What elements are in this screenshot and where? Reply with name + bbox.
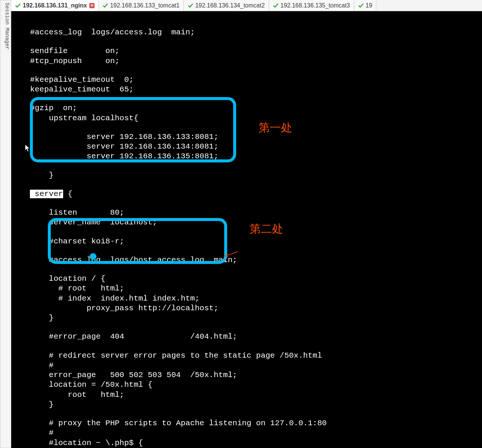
tab-label: 192.168.136.133_tomcat1	[110, 2, 180, 9]
session-manager-sidebar[interactable]: Session Manager	[0, 0, 11, 448]
terminal-line: }	[11, 400, 482, 410]
checkmark-icon	[188, 3, 194, 9]
annotation-first: 第一处	[259, 120, 292, 136]
terminal-line: listen 80;	[11, 208, 482, 218]
tab-bar: 192.168.136.131_nginx✕192.168.136.133_to…	[11, 0, 482, 11]
checkmark-icon	[358, 3, 364, 9]
tab-label: 192.168.136.135_tomcat3	[281, 2, 350, 9]
terminal-line	[11, 37, 482, 46]
terminal-line	[11, 123, 482, 132]
terminal-line	[11, 323, 482, 332]
terminal-line: keepalive_timeout 65;	[11, 85, 482, 94]
app-container: Session Manager 192.168.136.131_nginx✕19…	[0, 0, 482, 448]
terminal-line: location / {	[11, 274, 482, 284]
tab-label: 19	[366, 2, 373, 9]
terminal-line: #gzip on;	[11, 103, 482, 113]
tab-label: 192.168.136.134_tomcat2	[195, 2, 265, 9]
terminal-line: }	[11, 171, 482, 180]
terminal-line: # root html;	[11, 284, 482, 293]
terminal-line	[11, 342, 482, 351]
annotation-arrow-icon	[223, 251, 238, 258]
checkmark-icon	[15, 3, 21, 9]
tab-2[interactable]: 192.168.136.134_tomcat2	[184, 0, 269, 11]
highlight-dot	[90, 253, 96, 260]
terminal-line: #keepalive_timeout 0;	[11, 75, 482, 85]
terminal-line: }	[11, 313, 482, 323]
terminal-line	[11, 410, 482, 419]
terminal[interactable]: #access_log logs/access.log main; sendfi…	[11, 11, 482, 448]
terminal-line: root html;	[11, 390, 482, 400]
terminal-line: location = /50x.html {	[11, 380, 482, 390]
tab-4[interactable]: 19	[354, 0, 377, 11]
annotation-second: 第二处	[250, 221, 283, 237]
highlighted-keyword: server	[30, 190, 63, 198]
main-panel: 192.168.136.131_nginx✕192.168.136.133_to…	[11, 0, 482, 448]
terminal-line: sendfile on;	[11, 46, 482, 56]
tab-0[interactable]: 192.168.136.131_nginx✕	[11, 0, 99, 11]
terminal-line	[11, 246, 482, 255]
terminal-line: error_page 500 502 503 504 /50x.html;	[11, 370, 482, 380]
terminal-line: #location ~ \.php$ {	[11, 438, 482, 448]
terminal-line: # redirect server error pages to the sta…	[11, 351, 482, 361]
svg-line-0	[225, 252, 238, 256]
terminal-line: upstream localhost{	[11, 113, 482, 123]
tab-label: 192.168.136.131_nginx	[23, 2, 87, 9]
mouse-cursor-icon	[25, 144, 31, 152]
terminal-line	[11, 228, 482, 237]
checkmark-icon	[102, 3, 108, 9]
terminal-line: #tcp_nopush on;	[11, 56, 482, 66]
terminal-line-server: server {	[11, 189, 482, 199]
terminal-line: proxy_pass http://localhost;	[11, 304, 482, 313]
tab-3[interactable]: 192.168.136.135_tomcat3	[269, 0, 354, 11]
terminal-line	[11, 19, 482, 28]
terminal-line: #access_log logs/access.log main;	[11, 28, 482, 37]
terminal-line	[11, 162, 482, 171]
tab-1[interactable]: 192.168.136.133_tomcat1	[99, 0, 184, 11]
terminal-line: #	[11, 361, 482, 370]
terminal-line: # index index.html index.htm;	[11, 294, 482, 304]
terminal-line: #error_page 404 /404.html;	[11, 332, 482, 342]
close-icon[interactable]: ✕	[89, 3, 95, 8]
terminal-line: server 192.168.136.133:8081;	[11, 132, 482, 142]
terminal-line: # proxy the PHP scripts to Apache listen…	[11, 419, 482, 428]
terminal-line	[11, 199, 482, 208]
terminal-line: #charset koi8-r;	[11, 237, 482, 246]
terminal-line: #	[11, 428, 482, 438]
terminal-line	[11, 265, 482, 274]
terminal-line: server 192.168.136.134:8081;	[11, 142, 482, 152]
checkmark-icon	[273, 3, 279, 9]
terminal-line	[11, 180, 482, 189]
terminal-line: server_name localhost;	[11, 218, 482, 227]
terminal-wrapper: #access_log logs/access.log main; sendfi…	[11, 11, 482, 448]
terminal-line: #access_log logs/host.access.log main;	[11, 255, 482, 265]
terminal-line: server 192.168.136.135:8081;	[11, 152, 482, 161]
terminal-line	[11, 66, 482, 75]
terminal-line	[11, 94, 482, 103]
